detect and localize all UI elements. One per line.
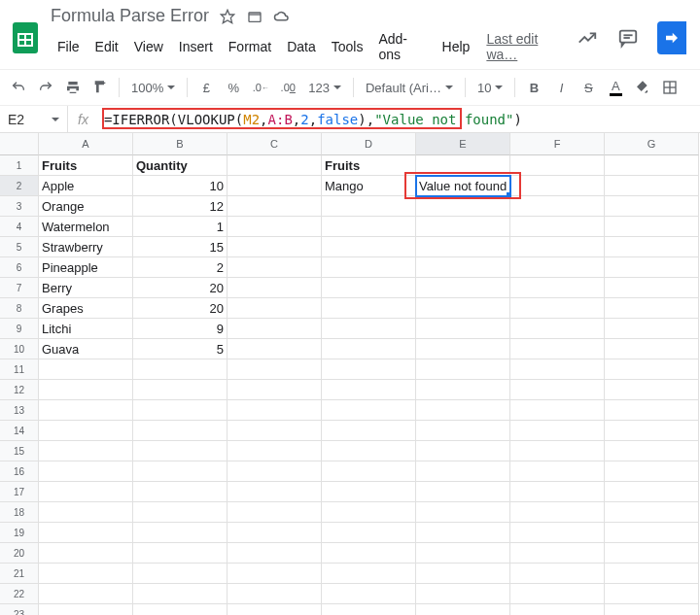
cell-A12[interactable]	[39, 380, 133, 400]
cell-C14[interactable]	[228, 421, 322, 441]
increase-decimal-button[interactable]: .00	[275, 75, 300, 100]
col-header-C[interactable]: C	[228, 133, 322, 155]
select-all-corner[interactable]	[0, 133, 39, 155]
cell-F14[interactable]	[510, 421, 605, 441]
cell-E12[interactable]	[416, 380, 510, 400]
cell-C7[interactable]	[228, 278, 322, 298]
cell-D20[interactable]	[322, 543, 416, 564]
cell-A13[interactable]	[39, 400, 133, 421]
row-header-19[interactable]: 19	[0, 523, 39, 543]
cell-B12[interactable]	[133, 380, 228, 400]
cell-F17[interactable]	[510, 482, 605, 502]
row-header-13[interactable]: 13	[0, 400, 39, 421]
cell-A17[interactable]	[39, 482, 133, 502]
cell-F16[interactable]	[510, 461, 605, 482]
cell-G12[interactable]	[605, 380, 699, 400]
col-header-D[interactable]: D	[322, 133, 416, 155]
cell-F22[interactable]	[510, 584, 605, 604]
cell-C19[interactable]	[228, 523, 322, 543]
cell-B1[interactable]: Quantity	[133, 155, 228, 176]
font-size-dropdown[interactable]: 10	[472, 75, 508, 100]
paint-format-button[interactable]	[88, 75, 113, 100]
cell-B23[interactable]	[133, 604, 228, 615]
cell-F9[interactable]	[510, 319, 605, 339]
cell-C3[interactable]	[228, 196, 322, 217]
cell-C22[interactable]	[228, 584, 322, 604]
col-header-A[interactable]: A	[39, 133, 133, 155]
cell-E17[interactable]	[416, 482, 510, 502]
font-dropdown[interactable]: Default (Ari…	[360, 75, 459, 100]
cell-B2[interactable]: 10	[133, 176, 228, 196]
row-header-4[interactable]: 4	[0, 217, 39, 237]
cell-B15[interactable]	[133, 441, 228, 461]
star-icon[interactable]	[219, 8, 236, 25]
cell-B14[interactable]	[133, 421, 228, 441]
cell-E16[interactable]	[416, 461, 510, 482]
cell-D18[interactable]	[322, 502, 416, 523]
row-header-12[interactable]: 12	[0, 380, 39, 400]
row-header-7[interactable]: 7	[0, 278, 39, 298]
cell-F10[interactable]	[510, 339, 605, 359]
cell-A8[interactable]: Grapes	[39, 298, 133, 319]
cell-E5[interactable]	[416, 237, 510, 257]
cell-A9[interactable]: Litchi	[39, 319, 133, 339]
bold-button[interactable]: B	[521, 75, 546, 100]
text-color-button[interactable]: A	[603, 75, 628, 100]
currency-button[interactable]: £	[193, 75, 219, 100]
cell-E20[interactable]	[416, 543, 510, 564]
move-icon[interactable]	[246, 8, 263, 25]
menu-addons[interactable]: Add-ons	[371, 28, 433, 65]
row-header-1[interactable]: 1	[0, 155, 39, 176]
cell-A2[interactable]: Apple	[39, 176, 133, 196]
row-header-14[interactable]: 14	[0, 421, 39, 441]
row-header-18[interactable]: 18	[0, 502, 39, 523]
cell-G9[interactable]	[605, 319, 699, 339]
italic-button[interactable]: I	[548, 75, 574, 100]
cell-F2[interactable]	[510, 176, 605, 196]
cell-B7[interactable]: 20	[133, 278, 228, 298]
cell-F19[interactable]	[510, 523, 605, 543]
cell-D21[interactable]	[322, 564, 416, 584]
cell-C21[interactable]	[228, 564, 322, 584]
cell-D2[interactable]: Mango	[322, 176, 416, 196]
cell-E14[interactable]	[416, 421, 510, 441]
cell-G2[interactable]	[605, 176, 699, 196]
cell-A7[interactable]: Berry	[39, 278, 133, 298]
cell-C11[interactable]	[228, 359, 322, 380]
cell-E8[interactable]	[416, 298, 510, 319]
row-header-6[interactable]: 6	[0, 257, 39, 278]
cell-F8[interactable]	[510, 298, 605, 319]
cell-E10[interactable]	[416, 339, 510, 359]
menu-help[interactable]: Help	[436, 36, 477, 57]
cell-B9[interactable]: 9	[133, 319, 228, 339]
menu-insert[interactable]: Insert	[172, 36, 220, 57]
cell-C5[interactable]	[228, 237, 322, 257]
menu-file[interactable]: File	[51, 36, 87, 57]
row-header-16[interactable]: 16	[0, 461, 39, 482]
cell-D17[interactable]	[322, 482, 416, 502]
cell-E18[interactable]	[416, 502, 510, 523]
cell-E2[interactable]: Value not found	[416, 176, 510, 196]
cell-F6[interactable]	[510, 257, 605, 278]
cell-B6[interactable]: 2	[133, 257, 228, 278]
cell-A6[interactable]: Pineapple	[39, 257, 133, 278]
cell-B4[interactable]: 1	[133, 217, 228, 237]
percent-button[interactable]: %	[221, 75, 246, 100]
print-button[interactable]	[60, 75, 86, 100]
cell-G17[interactable]	[605, 482, 699, 502]
cell-D16[interactable]	[322, 461, 416, 482]
cell-E3[interactable]	[416, 196, 510, 217]
cell-C10[interactable]	[228, 339, 322, 359]
share-button[interactable]	[657, 21, 686, 54]
cell-D1[interactable]: Fruits	[322, 155, 416, 176]
cell-E6[interactable]	[416, 257, 510, 278]
row-header-8[interactable]: 8	[0, 298, 39, 319]
decrease-decimal-button[interactable]: .0←	[248, 75, 273, 100]
cell-E21[interactable]	[416, 564, 510, 584]
cell-C6[interactable]	[228, 257, 322, 278]
col-header-G[interactable]: G	[605, 133, 699, 155]
row-header-23[interactable]: 23	[0, 604, 39, 615]
cell-G10[interactable]	[605, 339, 699, 359]
comment-icon[interactable]	[616, 26, 640, 50]
cell-A1[interactable]: Fruits	[39, 155, 133, 176]
